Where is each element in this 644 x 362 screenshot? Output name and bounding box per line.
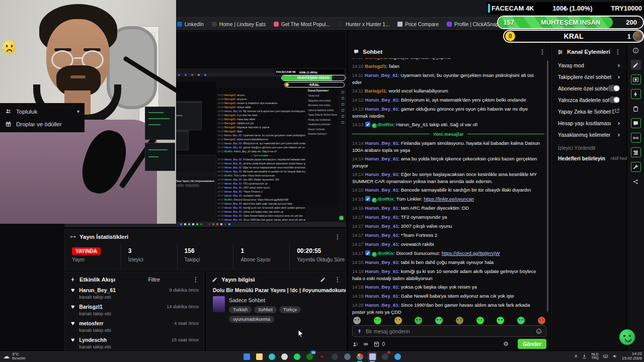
new-messages-divider[interactable]: Yeni mesajlar [352, 131, 544, 137]
taskbar-netflix[interactable]: N [317, 352, 327, 361]
green-blob-emote[interactable] [374, 317, 381, 324]
chat-message[interactable]: 14:15✓BotRix: Tüm Linkler: https://linkt… [352, 196, 544, 203]
emote-picker-icon[interactable] [536, 328, 542, 334]
chat-message[interactable]: 14:14Harun_Bey_61: ama bu yolda birçok i… [352, 155, 544, 169]
wrench-icon[interactable] [631, 162, 641, 172]
chat-message[interactable]: 14:17Harun_Bey_61: *Team Fortress 2 [352, 232, 544, 239]
channel-action-chevron[interactable]: Yasaklanmış kelimeler› [552, 129, 626, 140]
green-calm-emote[interactable] [517, 317, 525, 324]
link-icon[interactable] [631, 133, 641, 143]
tag-pill[interactable]: Türkçe [279, 306, 301, 313]
chat-message[interactable]: 14:20Harun_Bey_61: Since 1990'dan beri g… [352, 302, 544, 315]
bookmark-item[interactable]: Get The Most Popul... [274, 22, 330, 27]
category-thumbnail[interactable] [213, 296, 225, 312]
kebab-menu[interactable]: ⋮ [335, 233, 341, 240]
toggle-switch[interactable] [609, 97, 620, 103]
language-indicator[interactable]: NLDTRQ [591, 352, 599, 360]
link-icon[interactable]: ∞ [364, 340, 368, 347]
category-name[interactable]: Sadece Sohbet [229, 297, 340, 303]
chat-message[interactable]: 14:18Harun_Bey_61: yoksa çok başka olayı… [352, 284, 544, 291]
stack-icon[interactable] [631, 147, 641, 157]
tag-pill[interactable]: Sohbet [254, 306, 277, 313]
chat-scrollbar[interactable] [547, 60, 548, 312]
chat-message[interactable]: 14:17✓BotRix: Discord Sunucumuz: https:/… [352, 250, 544, 257]
chat-message[interactable]: 14:12Harun_Bey_61: Bilmiyorum ki, ayt ma… [352, 97, 544, 104]
chat-message[interactable]: 14:11Harun_Bey_61: Uyarmam lazım; bu oyu… [352, 72, 544, 85]
kebab-menu[interactable]: ⋮ [193, 276, 199, 283]
taskbar-discord[interactable] [330, 352, 339, 361]
chat-message[interactable]: 14:17Harun_Bey_61: ovewatch rakibi [352, 241, 544, 248]
clock[interactable]: 14:2215.02.2026 [622, 351, 642, 360]
green-hat-emote[interactable] [415, 317, 422, 324]
red-angry-emote[interactable] [538, 317, 545, 324]
taskbar-paint[interactable] [393, 352, 402, 361]
bookmark-item[interactable]: Profile | ClickASnap [447, 22, 499, 27]
viewers-icon[interactable] [352, 341, 359, 347]
taskbar-spotify[interactable] [292, 352, 301, 361]
info-icon[interactable] [631, 45, 641, 55]
download-icon[interactable] [582, 353, 587, 359]
bookmark-item[interactable]: Hunter x Hunter 1... [338, 22, 389, 27]
chat-link[interactable]: https://discord.gg/8q9jnVjW [442, 250, 500, 256]
sidebar-item-drops[interactable]: Droplar ve ödüller [5, 118, 79, 130]
activity-row[interactable]: ♥Harun_Bey_61kanalı takip etti9 dakika ö… [65, 285, 204, 302]
chat-link[interactable]: https://linktr.ee/oyuncan [424, 196, 474, 202]
chat-message[interactable]: 14:17Harun_Bey_61: TF2 oynamışsındır ya [352, 214, 544, 221]
speaker-icon[interactable] [612, 353, 618, 359]
chat-message[interactable]: 14:13✓BotRix: Harun_Bey_61 takip etti. S… [352, 121, 544, 128]
book-face-emote[interactable] [456, 317, 463, 324]
screen-share-icon[interactable] [631, 74, 641, 84]
kebab-menu[interactable]: ⋮ [615, 48, 621, 55]
bits-icon[interactable] [357, 328, 362, 335]
bookmark-item[interactable]: Home | Lindsey Eats [212, 22, 266, 27]
taskbar-steam[interactable] [343, 352, 352, 361]
filter-button[interactable]: Filtre [148, 277, 159, 283]
share-nodes-icon[interactable] [631, 176, 641, 187]
gear-icon[interactable]: ⚙ [503, 340, 509, 347]
chat-message[interactable]: 14:19Harun_Bey_61: Gabe Newell baba'ya s… [352, 293, 544, 300]
activity-row[interactable]: ♥Barisgzl1kanalı takip etti14 dakika önc… [65, 302, 204, 318]
taskbar-tracker[interactable] [380, 352, 389, 361]
weather-widget[interactable]: ☁ 3°CBewölkt [3, 352, 25, 360]
chat-message[interactable]: 14:18Harun_Bey_61: tabii ki ben dahil ço… [352, 259, 544, 266]
taskbar-chrome[interactable] [355, 352, 364, 361]
keyboard-icon[interactable] [603, 353, 608, 359]
chat-message[interactable]: 14:13Harun_Bey_61: gamer olduğunu görünc… [352, 106, 544, 119]
channel-action-toggle[interactable]: Abonelere özel sohbet [552, 82, 626, 94]
chat-message[interactable]: 14:14Harun_Bey_61: Finlandia yaşam simül… [352, 140, 544, 153]
chat-input[interactable] [366, 328, 532, 334]
chat-message[interactable]: 14:11Barisgzl1: world excel kullanabiliy… [352, 87, 544, 95]
kebab-menu[interactable]: ⋮ [539, 48, 545, 55]
chat-message[interactable]: 14:17Harun_Bey_61: 2007 çıkışlı valve oy… [352, 223, 544, 230]
channel-action-external[interactable]: Yapay Zeka ile Sohbet Denetimi [552, 106, 626, 117]
green-flower-emote[interactable] [435, 317, 443, 324]
channel-action-chevron[interactable]: Takipçilere özel sohbet› [552, 71, 626, 82]
taskbar-xbox[interactable]: 10 [305, 352, 314, 361]
chat-message[interactable]: 14:10Barisgzl1: falan [352, 63, 544, 70]
chat-message[interactable]: 14:18Harun_Bey_61: komiği şu ki son 10 s… [352, 268, 544, 282]
taskbar-start[interactable] [242, 352, 251, 361]
green-smile-emote[interactable] [476, 317, 484, 324]
tray-expand-icon[interactable]: ∧ [575, 353, 578, 358]
taskbar-edge[interactable] [267, 352, 276, 361]
taskbar-explorer[interactable] [255, 352, 264, 361]
activity-row[interactable]: ♥metosferrkanalı takip etti4 saat önce [65, 318, 204, 335]
store-icon[interactable] [373, 341, 380, 347]
activity-row[interactable]: ♥Lyndeschhkanalı takip etti15 saat önce [65, 335, 204, 350]
bookmark-item[interactable]: Price Compare [397, 22, 439, 27]
chatbot-widget[interactable] [619, 329, 635, 345]
pencil-icon[interactable] [631, 60, 641, 70]
toggle-switch[interactable] [608, 85, 620, 92]
taskbar-notepad[interactable] [368, 352, 377, 361]
burger-emote[interactable] [394, 317, 402, 324]
bookmark-item[interactable]: LinkedIn [177, 22, 204, 27]
kebab-menu[interactable]: ⋮ [335, 276, 341, 283]
sidebar-item-community[interactable]: Topluluk ▾ [5, 105, 79, 118]
chat-bubble-icon[interactable] [631, 118, 641, 128]
cat-emote[interactable] [353, 317, 361, 324]
tag-pill[interactable]: oyunumadokunma [229, 316, 274, 323]
edit-icon[interactable] [320, 277, 326, 283]
chat-message[interactable]: 14:10Barisgzl1: bilgisayar başından iş y… [352, 58, 544, 61]
send-button[interactable]: Gönder [518, 339, 546, 349]
channel-action-chevron[interactable]: Yavaş mod› [552, 59, 626, 71]
